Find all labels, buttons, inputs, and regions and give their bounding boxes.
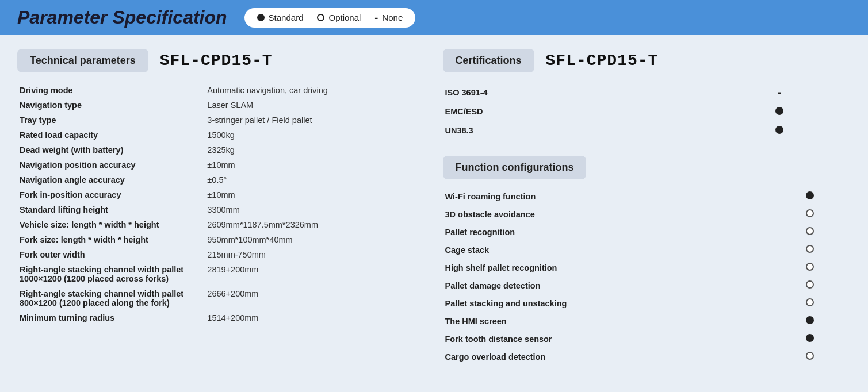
func-status <box>769 294 851 312</box>
empty-dot-icon <box>806 227 814 235</box>
func-name: Pallet damage detection <box>443 276 770 294</box>
func-status <box>769 259 851 276</box>
params-row: Dead weight (with battery) 2325kg <box>17 143 426 157</box>
param-name: Standard lifting height <box>17 202 205 217</box>
func-row: Wi-Fi roaming function <box>443 187 851 205</box>
func-row: High shelf pallet recognition <box>443 259 851 276</box>
tech-params-model: SFL-CPD15-T <box>160 52 273 70</box>
param-name: Right-angle stacking channel width palle… <box>17 286 205 310</box>
cert-label: Certifications <box>443 49 534 72</box>
legend-none: - None <box>374 13 403 23</box>
param-value: ±0.5° <box>205 172 425 187</box>
cert-name: ISO 3691-4 <box>443 83 708 102</box>
cert-status: - <box>708 83 851 102</box>
param-name: Fork size: length * width * height <box>17 232 205 247</box>
func-row: Pallet damage detection <box>443 276 851 294</box>
param-value: Automatic navigation, car driving <box>205 83 425 98</box>
legend-optional: Optional <box>317 13 361 22</box>
tech-params-label: Technical parameters <box>17 49 148 72</box>
func-name: Cage stack <box>443 241 770 259</box>
func-status <box>769 330 851 348</box>
empty-dot-icon <box>806 245 814 253</box>
cert-status <box>708 121 851 140</box>
func-status <box>769 276 851 294</box>
left-panel: Technical parameters SFL-CPD15-T Driving… <box>17 49 426 366</box>
params-row: Navigation position accuracy ±10mm <box>17 157 426 172</box>
params-row: Right-angle stacking channel width palle… <box>17 286 426 310</box>
param-name: Tray type <box>17 113 205 128</box>
func-name: Wi-Fi roaming function <box>443 187 770 205</box>
empty-dot-icon <box>806 352 814 360</box>
page-header: Parameter Specification Standard Optiona… <box>0 0 868 35</box>
param-name: Rated load capacity <box>17 128 205 143</box>
cert-row: EMC/ESD <box>443 102 851 121</box>
cert-model: SFL-CPD15-T <box>546 52 659 70</box>
func-label: Function configurations <box>443 156 587 179</box>
func-status <box>769 205 851 223</box>
func-row: Pallet stacking and unstacking <box>443 294 851 312</box>
param-value: 1500kg <box>205 128 425 143</box>
param-name: Right-angle stacking channel width palle… <box>17 262 205 286</box>
filled-dot-icon <box>775 126 783 134</box>
filled-dot-icon <box>806 191 814 199</box>
dash-icon: - <box>778 86 782 98</box>
cert-status <box>708 102 851 121</box>
page-title: Parameter Specification <box>17 7 227 28</box>
func-status <box>769 187 851 205</box>
param-value: 1514+200mm <box>205 310 425 325</box>
cert-header: Certifications SFL-CPD15-T <box>443 49 851 72</box>
optional-dot-icon <box>317 14 324 21</box>
func-row: Cage stack <box>443 241 851 259</box>
func-name: Cargo overload detection <box>443 348 770 366</box>
param-name: Navigation type <box>17 98 205 113</box>
empty-dot-icon <box>806 263 814 271</box>
legend-bar: Standard Optional - None <box>244 8 416 28</box>
params-row: Minimum turning radius 1514+200mm <box>17 310 426 325</box>
param-name: Minimum turning radius <box>17 310 205 325</box>
param-value: ±10mm <box>205 157 425 172</box>
params-row: Fork size: length * width * height 950mm… <box>17 232 426 247</box>
param-value: ±10mm <box>205 187 425 202</box>
params-row: Driving mode Automatic navigation, car d… <box>17 83 426 98</box>
param-name: Navigation angle accuracy <box>17 172 205 187</box>
params-row: Navigation type Laser SLAM <box>17 98 426 113</box>
params-row: Tray type 3-stringer pallet / Field pall… <box>17 113 426 128</box>
param-value: 2819+200mm <box>205 262 425 286</box>
func-name: 3D obstacle avoidance <box>443 205 770 223</box>
param-name: Dead weight (with battery) <box>17 143 205 157</box>
func-table: Wi-Fi roaming function 3D obstacle avoid… <box>443 187 851 366</box>
func-row: Pallet recognition <box>443 223 851 241</box>
func-name: The HMI screen <box>443 312 770 330</box>
func-status <box>769 241 851 259</box>
param-name: Fork in-position accuracy <box>17 187 205 202</box>
legend-none-label: None <box>382 13 403 22</box>
func-row: Fork tooth distance sensor <box>443 330 851 348</box>
filled-dot-icon <box>806 316 814 324</box>
standard-dot-icon <box>257 14 265 21</box>
params-row: Navigation angle accuracy ±0.5° <box>17 172 426 187</box>
func-status <box>769 348 851 366</box>
func-row: 3D obstacle avoidance <box>443 205 851 223</box>
cert-row: ISO 3691-4 - <box>443 83 851 102</box>
filled-dot-icon <box>806 334 814 342</box>
param-name: Fork outer width <box>17 247 205 262</box>
func-row: The HMI screen <box>443 312 851 330</box>
params-row: Rated load capacity 1500kg <box>17 128 426 143</box>
func-status <box>769 223 851 241</box>
cert-row: UN38.3 <box>443 121 851 140</box>
none-dash-icon: - <box>374 13 378 23</box>
param-name: Vehicle size: length * width * height <box>17 217 205 232</box>
param-value: 3-stringer pallet / Field pallet <box>205 113 425 128</box>
func-name: Pallet stacking and unstacking <box>443 294 770 312</box>
main-content: Technical parameters SFL-CPD15-T Driving… <box>0 35 868 379</box>
param-value: 215mm-750mm <box>205 247 425 262</box>
param-value: 2325kg <box>205 143 425 157</box>
func-name: Pallet recognition <box>443 223 770 241</box>
params-row: Vehicle size: length * width * height 26… <box>17 217 426 232</box>
params-table: Driving mode Automatic navigation, car d… <box>17 83 426 325</box>
param-value: 950mm*100mm*40mm <box>205 232 425 247</box>
cert-name: EMC/ESD <box>443 102 708 121</box>
func-status <box>769 312 851 330</box>
legend-standard-label: Standard <box>269 13 304 22</box>
filled-dot-icon <box>775 107 783 115</box>
